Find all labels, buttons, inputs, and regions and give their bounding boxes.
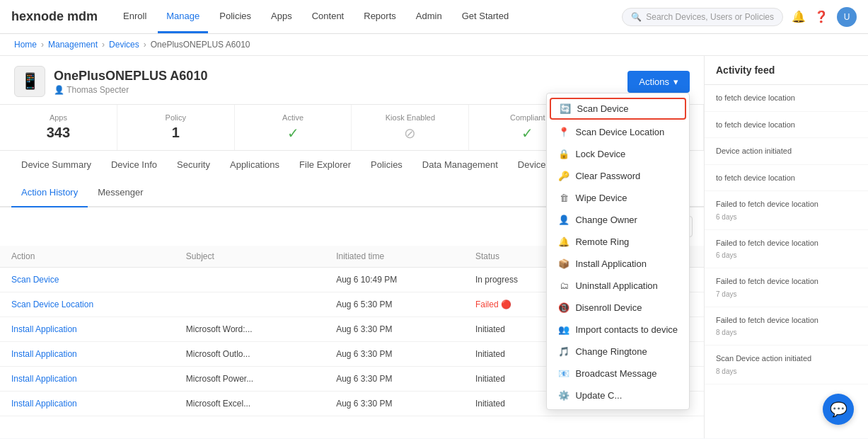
initiated-1: Aug 6 10:49 PM: [325, 268, 464, 292]
tab-device-info[interactable]: Device Info: [101, 151, 167, 180]
action-install-3[interactable]: Install Application: [11, 374, 77, 384]
tab-file-explorer[interactable]: File Explorer: [289, 151, 361, 180]
search-placeholder: Search Devices, Users or Policies: [646, 12, 774, 22]
device-title: OnePlusONEPLUS A6010: [54, 69, 207, 84]
dropdown-import-contacts[interactable]: 👥 Import contacts to device: [547, 319, 689, 341]
nav-apps[interactable]: Apps: [262, 1, 301, 33]
dropdown-remote-ring-label: Remote Ring: [575, 236, 629, 247]
breadcrumb-devices[interactable]: Devices: [109, 40, 139, 50]
device-icon: 📱: [14, 66, 45, 97]
nav-manage[interactable]: Manage: [158, 1, 208, 33]
scan-location-icon: 📍: [558, 127, 569, 137]
initiated-4: Aug 6 3:30 PM: [325, 342, 464, 367]
action-scan-location[interactable]: Scan Device Location: [11, 300, 93, 309]
dropdown-clear-password-label: Clear Password: [575, 171, 640, 181]
stat-apps: Apps 343: [0, 105, 117, 150]
tab-device-summary[interactable]: Device Summary: [11, 151, 101, 180]
activity-time-8: 8 days: [716, 327, 857, 338]
nav-content[interactable]: Content: [303, 1, 353, 33]
dropdown-change-ringtone[interactable]: 🎵 Change Ringtone: [547, 341, 689, 363]
nav-enroll[interactable]: Enroll: [115, 1, 155, 33]
tab-policies[interactable]: Policies: [361, 151, 412, 180]
uninstall-icon: 🗂: [558, 280, 569, 291]
dropdown-lock-device[interactable]: 🔒 Lock Device: [547, 143, 689, 165]
dropdown-broadcast[interactable]: 📧 Broadcast Message: [547, 363, 689, 384]
nav-get-started[interactable]: Get Started: [453, 1, 517, 33]
nav-admin[interactable]: Admin: [407, 1, 451, 33]
dropdown-clear-password[interactable]: 🔑 Clear Password: [547, 165, 689, 187]
tab-data-management[interactable]: Data Management: [412, 151, 508, 180]
stat-policy: Policy 1: [117, 105, 235, 150]
help-icon[interactable]: ❓: [814, 10, 828, 23]
subject-4: Microsoft Outlo...: [175, 342, 325, 367]
stat-active-icon: ✓: [246, 125, 340, 142]
activity-time-6: 6 days: [716, 250, 857, 261]
stat-apps-label: Apps: [11, 113, 105, 122]
col-subject: Subject: [175, 246, 325, 268]
activity-item: Failed to fetch device location 6 days: [705, 230, 868, 269]
stat-policy-label: Policy: [129, 113, 223, 122]
activity-item: to fetch device location: [705, 112, 868, 139]
action-install-1[interactable]: Install Application: [11, 324, 77, 334]
dropdown-change-owner[interactable]: 👤 Change Owner: [547, 209, 689, 231]
subject-2: [175, 292, 325, 317]
initiated-6: Aug 6 3:30 PM: [325, 392, 464, 416]
chat-icon: 💬: [830, 401, 847, 418]
device-content: 📱 OnePlusONEPLUS A6010 👤 Thomas Specter …: [0, 56, 704, 438]
dropdown-scan-location[interactable]: 📍 Scan Device Location: [547, 121, 689, 143]
dropdown-scan-device[interactable]: 🔄 Scan Device: [550, 98, 686, 120]
dropdown-remote-ring[interactable]: 🔔 Remote Ring: [547, 231, 689, 253]
dropdown-update-label: Update C...: [575, 390, 622, 401]
actions-label: Actions: [639, 76, 669, 87]
dropdown-wipe-label: Wipe Device: [575, 193, 627, 203]
activity-items: to fetch device location to fetch device…: [705, 85, 868, 438]
main-container: 📱 OnePlusONEPLUS A6010 👤 Thomas Specter …: [0, 56, 868, 438]
search-box[interactable]: 🔍 Search Devices, Users or Policies: [622, 8, 783, 26]
activity-time-5: 6 days: [716, 212, 857, 222]
logo-text: hexnode mdm: [11, 9, 98, 23]
actions-container: Actions ▾ 🔄 Scan Device 📍 Scan Device Lo…: [627, 71, 690, 93]
activity-item: Scan Device action initiated 8 days: [705, 346, 868, 384]
tab-security[interactable]: Security: [167, 151, 220, 180]
dropdown-disenroll[interactable]: 📵 Disenroll Device: [547, 297, 689, 319]
stat-kiosk: Kiosk Enabled ⊘: [352, 105, 469, 150]
activity-text-1: to fetch device location: [716, 93, 795, 102]
user-avatar[interactable]: U: [837, 7, 857, 27]
broadcast-icon: 📧: [558, 368, 569, 379]
action-install-2[interactable]: Install Application: [11, 349, 77, 359]
breadcrumb: Home › Management › Devices › OnePlusONE…: [0, 34, 868, 56]
subject-3: Microsoft Word:...: [175, 317, 325, 342]
logo: hexnode mdm: [11, 9, 98, 24]
notifications-icon[interactable]: 🔔: [792, 10, 806, 23]
nav-items: Enroll Manage Policies Apps Content Repo…: [115, 1, 622, 33]
nav-reports[interactable]: Reports: [355, 1, 405, 33]
nav-policies[interactable]: Policies: [211, 1, 260, 33]
phone-icon: 📱: [21, 72, 40, 91]
subject-5: Microsoft Power...: [175, 367, 325, 392]
dropdown-uninstall-app[interactable]: 🗂 Uninstall Application: [547, 275, 689, 297]
activity-item: Device action initiated: [705, 138, 868, 165]
failed-icon: 🔴: [501, 300, 511, 309]
breadcrumb-home[interactable]: Home: [14, 40, 37, 50]
tab-messenger[interactable]: Messenger: [88, 178, 153, 207]
activity-item: Failed to fetch device location 8 days: [705, 307, 868, 346]
sep3: ›: [144, 40, 146, 50]
user-icon: 👤: [54, 85, 64, 95]
device-header: 📱 OnePlusONEPLUS A6010 👤 Thomas Specter …: [0, 56, 704, 105]
breadcrumb-management[interactable]: Management: [48, 40, 98, 50]
dropdown-wipe-device[interactable]: 🗑 Wipe Device: [547, 187, 689, 209]
dropdown-update[interactable]: ⚙️ Update C...: [547, 384, 689, 406]
tab-action-history[interactable]: Action History: [11, 178, 88, 207]
dropdown-uninstall-label: Uninstall Application: [575, 280, 657, 291]
dropdown-install-app[interactable]: 📦 Install Application: [547, 253, 689, 275]
action-install-4[interactable]: Install Application: [11, 399, 77, 409]
actions-button[interactable]: Actions ▾: [627, 71, 690, 93]
stat-kiosk-icon: ⊘: [363, 125, 457, 142]
ring-icon: 🔔: [558, 236, 569, 247]
chat-button[interactable]: 💬: [823, 394, 854, 425]
device-info: 📱 OnePlusONEPLUS A6010 👤 Thomas Specter: [14, 66, 207, 97]
activity-item: Failed to fetch device location 6 days: [705, 191, 868, 230]
tab-applications[interactable]: Applications: [220, 151, 289, 180]
sep2: ›: [102, 40, 105, 50]
action-scan-device[interactable]: Scan Device: [11, 275, 59, 285]
